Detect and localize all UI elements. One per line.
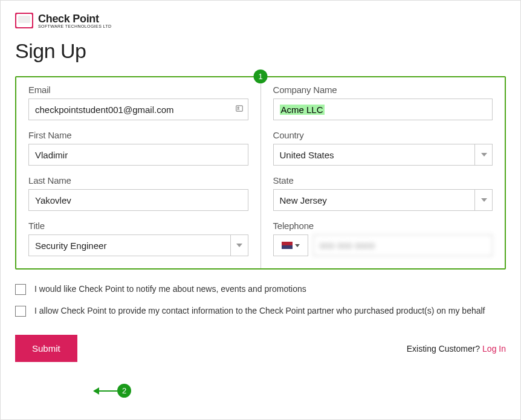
first-name-label: First Name: [28, 130, 248, 140]
telephone-country-select[interactable]: [273, 234, 308, 256]
svg-point-1: [238, 107, 239, 108]
telephone-field[interactable]: 000 000 0000: [313, 234, 493, 256]
contact-card-icon: [235, 105, 244, 115]
telephone-label: Telephone: [273, 221, 493, 231]
notify-checkbox[interactable]: [15, 284, 26, 295]
chevron-down-icon: [295, 244, 300, 247]
annotation-badge-1: 1: [254, 69, 268, 83]
company-value-highlighted: Acme LLC: [280, 105, 325, 115]
svg-rect-0: [236, 106, 242, 111]
annotation-badge-2: 2: [117, 384, 131, 398]
company-field[interactable]: Acme LLC: [273, 99, 493, 120]
email-label: Email: [28, 85, 248, 95]
notify-checkbox-label: I would like Check Point to notify me ab…: [34, 284, 306, 294]
country-label: Country: [273, 130, 493, 140]
logo-main-text: Check Point: [38, 13, 112, 24]
title-select-value: Security Engineer: [35, 241, 106, 251]
country-select-value: United States: [280, 150, 334, 160]
existing-customer-text: Existing Customer? Log In: [407, 344, 506, 354]
email-field[interactable]: [28, 99, 248, 120]
partner-checkbox[interactable]: [15, 306, 26, 317]
login-link[interactable]: Log In: [482, 344, 506, 354]
last-name-field[interactable]: [28, 189, 248, 211]
chevron-down-icon: [474, 189, 493, 211]
logo: Check Point SOFTWARE TECHNOLOGIES LTD: [15, 13, 506, 28]
us-flag-icon: [282, 242, 293, 249]
title-label: Title: [28, 221, 248, 231]
state-label: State: [273, 175, 493, 186]
chevron-down-icon: [230, 234, 248, 256]
logo-sub-text: SOFTWARE TECHNOLOGIES LTD: [38, 24, 112, 28]
last-name-label: Last Name: [28, 175, 248, 186]
logo-mark-icon: [15, 13, 33, 28]
country-select[interactable]: United States: [273, 144, 493, 166]
first-name-field[interactable]: [28, 144, 248, 166]
state-select[interactable]: New Jersey: [273, 189, 493, 211]
state-select-value: New Jersey: [280, 195, 327, 205]
signup-form-box: 1 Email First Name Last Name Ti: [15, 76, 506, 270]
page-title: Sign Up: [15, 39, 506, 63]
submit-button[interactable]: Submit: [15, 335, 77, 362]
chevron-down-icon: [474, 144, 493, 166]
partner-checkbox-label: I allow Check Point to provide my contac…: [34, 306, 485, 315]
company-label: Company Name: [273, 85, 493, 95]
annotation-arrow-2: 2: [94, 384, 131, 398]
title-select[interactable]: Security Engineer: [28, 234, 248, 256]
